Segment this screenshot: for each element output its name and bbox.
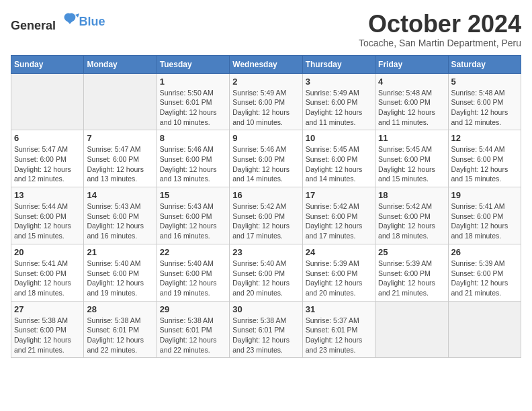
calendar-cell: 19Sunrise: 5:41 AM Sunset: 6:00 PM Dayli…: [448, 187, 521, 244]
logo-text-blue: Blue: [79, 15, 105, 28]
weekday-header-saturday: Saturday: [448, 55, 521, 73]
logo-bird-icon: [60, 11, 79, 30]
weekday-header-monday: Monday: [84, 55, 157, 73]
calendar-cell: 17Sunrise: 5:42 AM Sunset: 6:00 PM Dayli…: [302, 187, 375, 244]
calendar-cell: 5Sunrise: 5:48 AM Sunset: 6:00 PM Daylig…: [448, 73, 521, 130]
day-number: 24: [306, 247, 372, 257]
day-info: Sunrise: 5:38 AM Sunset: 6:00 PM Dayligh…: [14, 316, 81, 355]
calendar-cell: 23Sunrise: 5:40 AM Sunset: 6:00 PM Dayli…: [230, 244, 302, 301]
day-info: Sunrise: 5:42 AM Sunset: 6:00 PM Dayligh…: [232, 201, 299, 241]
day-number: 20: [14, 247, 81, 257]
calendar-cell: [84, 73, 157, 130]
calendar-cell: 6Sunrise: 5:47 AM Sunset: 6:00 PM Daylig…: [11, 130, 84, 187]
day-info: Sunrise: 5:44 AM Sunset: 6:00 PM Dayligh…: [451, 144, 518, 184]
calendar-cell: 4Sunrise: 5:48 AM Sunset: 6:00 PM Daylig…: [375, 73, 448, 130]
calendar-cell: 8Sunrise: 5:46 AM Sunset: 6:00 PM Daylig…: [157, 130, 229, 187]
weekday-header-tuesday: Tuesday: [157, 55, 229, 73]
calendar-cell: 21Sunrise: 5:40 AM Sunset: 6:00 PM Dayli…: [84, 244, 157, 301]
day-number: 8: [160, 133, 226, 143]
day-number: 31: [306, 304, 372, 314]
day-number: 13: [14, 190, 81, 200]
day-number: 25: [378, 247, 445, 257]
day-number: 19: [451, 190, 518, 200]
day-info: Sunrise: 5:40 AM Sunset: 6:00 PM Dayligh…: [160, 259, 226, 298]
calendar-cell: 20Sunrise: 5:41 AM Sunset: 6:00 PM Dayli…: [11, 244, 84, 301]
day-number: 11: [378, 133, 445, 143]
logo-text-general: General: [11, 19, 56, 32]
day-number: 14: [87, 190, 153, 200]
calendar-cell: 15Sunrise: 5:43 AM Sunset: 6:00 PM Dayli…: [157, 187, 229, 244]
calendar-cell: 29Sunrise: 5:38 AM Sunset: 6:01 PM Dayli…: [157, 301, 229, 358]
day-number: 5: [451, 77, 518, 87]
day-info: Sunrise: 5:42 AM Sunset: 6:00 PM Dayligh…: [306, 201, 372, 241]
calendar-week-row: 1Sunrise: 5:50 AM Sunset: 6:01 PM Daylig…: [11, 73, 521, 130]
calendar-week-row: 13Sunrise: 5:44 AM Sunset: 6:00 PM Dayli…: [11, 187, 521, 244]
day-number: 3: [306, 77, 372, 87]
calendar-cell: 28Sunrise: 5:38 AM Sunset: 6:01 PM Dayli…: [84, 301, 157, 358]
calendar-week-row: 20Sunrise: 5:41 AM Sunset: 6:00 PM Dayli…: [11, 244, 521, 301]
day-info: Sunrise: 5:41 AM Sunset: 6:00 PM Dayligh…: [14, 259, 81, 298]
calendar-cell: 27Sunrise: 5:38 AM Sunset: 6:00 PM Dayli…: [11, 301, 84, 358]
calendar-cell: 11Sunrise: 5:45 AM Sunset: 6:00 PM Dayli…: [375, 130, 448, 187]
calendar-cell: 16Sunrise: 5:42 AM Sunset: 6:00 PM Dayli…: [230, 187, 302, 244]
weekday-header-row: SundayMondayTuesdayWednesdayThursdayFrid…: [11, 55, 521, 73]
calendar-cell: 10Sunrise: 5:45 AM Sunset: 6:00 PM Dayli…: [302, 130, 375, 187]
calendar-cell: 9Sunrise: 5:46 AM Sunset: 6:00 PM Daylig…: [230, 130, 302, 187]
calendar-cell: 14Sunrise: 5:43 AM Sunset: 6:00 PM Dayli…: [84, 187, 157, 244]
calendar-cell: 13Sunrise: 5:44 AM Sunset: 6:00 PM Dayli…: [11, 187, 84, 244]
day-info: Sunrise: 5:39 AM Sunset: 6:00 PM Dayligh…: [451, 259, 518, 298]
location-title: Tocache, San Martin Department, Peru: [359, 38, 521, 48]
day-number: 4: [378, 77, 445, 87]
calendar-cell: 30Sunrise: 5:38 AM Sunset: 6:01 PM Dayli…: [230, 301, 302, 358]
day-number: 15: [160, 190, 226, 200]
page-header: General Blue October 2024 Tocache, San M…: [11, 11, 521, 48]
calendar-cell: 26Sunrise: 5:39 AM Sunset: 6:00 PM Dayli…: [448, 244, 521, 301]
day-number: 22: [160, 247, 226, 257]
weekday-header-friday: Friday: [375, 55, 448, 73]
day-info: Sunrise: 5:45 AM Sunset: 6:00 PM Dayligh…: [306, 144, 372, 184]
day-info: Sunrise: 5:40 AM Sunset: 6:00 PM Dayligh…: [87, 259, 153, 298]
weekday-header-sunday: Sunday: [11, 55, 84, 73]
day-info: Sunrise: 5:47 AM Sunset: 6:00 PM Dayligh…: [87, 144, 153, 184]
day-number: 30: [232, 304, 299, 314]
day-info: Sunrise: 5:47 AM Sunset: 6:00 PM Dayligh…: [14, 144, 81, 184]
calendar-table: SundayMondayTuesdayWednesdayThursdayFrid…: [11, 55, 521, 359]
day-info: Sunrise: 5:46 AM Sunset: 6:00 PM Dayligh…: [232, 144, 299, 184]
calendar-cell: 1Sunrise: 5:50 AM Sunset: 6:01 PM Daylig…: [157, 73, 229, 130]
day-info: Sunrise: 5:40 AM Sunset: 6:00 PM Dayligh…: [232, 259, 299, 298]
day-info: Sunrise: 5:38 AM Sunset: 6:01 PM Dayligh…: [232, 316, 299, 355]
day-info: Sunrise: 5:50 AM Sunset: 6:01 PM Dayligh…: [160, 88, 226, 128]
day-info: Sunrise: 5:43 AM Sunset: 6:00 PM Dayligh…: [87, 201, 153, 241]
month-title: October 2024: [359, 11, 521, 38]
day-info: Sunrise: 5:39 AM Sunset: 6:00 PM Dayligh…: [378, 259, 445, 298]
calendar-cell: 2Sunrise: 5:49 AM Sunset: 6:00 PM Daylig…: [230, 73, 302, 130]
day-info: Sunrise: 5:42 AM Sunset: 6:00 PM Dayligh…: [378, 201, 445, 241]
calendar-cell: 12Sunrise: 5:44 AM Sunset: 6:00 PM Dayli…: [448, 130, 521, 187]
day-number: 23: [232, 247, 299, 257]
day-number: 6: [14, 133, 81, 143]
day-number: 2: [232, 77, 299, 87]
day-info: Sunrise: 5:41 AM Sunset: 6:00 PM Dayligh…: [451, 201, 518, 241]
day-number: 17: [306, 190, 372, 200]
day-number: 16: [232, 190, 299, 200]
calendar-cell: 24Sunrise: 5:39 AM Sunset: 6:00 PM Dayli…: [302, 244, 375, 301]
day-number: 27: [14, 304, 81, 314]
day-number: 29: [160, 304, 226, 314]
calendar-week-row: 27Sunrise: 5:38 AM Sunset: 6:00 PM Dayli…: [11, 301, 521, 358]
day-number: 10: [306, 133, 372, 143]
calendar-cell: [11, 73, 84, 130]
calendar-cell: 7Sunrise: 5:47 AM Sunset: 6:00 PM Daylig…: [84, 130, 157, 187]
day-info: Sunrise: 5:48 AM Sunset: 6:00 PM Dayligh…: [378, 88, 445, 128]
calendar-week-row: 6Sunrise: 5:47 AM Sunset: 6:00 PM Daylig…: [11, 130, 521, 187]
day-info: Sunrise: 5:38 AM Sunset: 6:01 PM Dayligh…: [87, 316, 153, 355]
day-number: 21: [87, 247, 153, 257]
day-info: Sunrise: 5:49 AM Sunset: 6:00 PM Dayligh…: [306, 88, 372, 128]
day-number: 28: [87, 304, 153, 314]
day-number: 26: [451, 247, 518, 257]
day-number: 7: [87, 133, 153, 143]
day-info: Sunrise: 5:38 AM Sunset: 6:01 PM Dayligh…: [160, 316, 226, 355]
day-info: Sunrise: 5:45 AM Sunset: 6:00 PM Dayligh…: [378, 144, 445, 184]
day-info: Sunrise: 5:46 AM Sunset: 6:00 PM Dayligh…: [160, 144, 226, 184]
day-number: 18: [378, 190, 445, 200]
calendar-cell: 22Sunrise: 5:40 AM Sunset: 6:00 PM Dayli…: [157, 244, 229, 301]
